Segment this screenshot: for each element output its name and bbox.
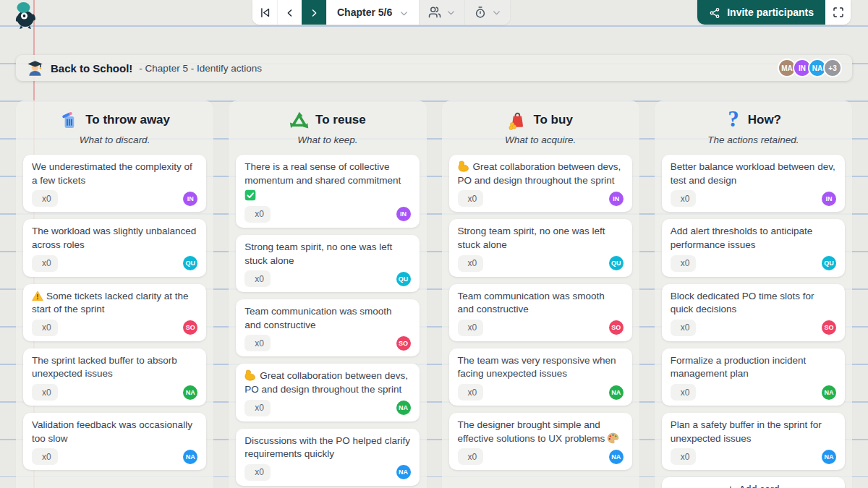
recycle-icon xyxy=(289,111,309,130)
retro-card[interactable]: Great collaboration between devs, PO and… xyxy=(449,155,632,212)
card-author-avatar: NA xyxy=(822,450,836,464)
retro-card[interactable]: Block dedicated PO time slots for quick … xyxy=(662,284,845,341)
card-footer: x0 NA xyxy=(244,464,410,481)
card-text: Better balance workload between dev, tes… xyxy=(671,160,836,187)
shopping-bag-icon xyxy=(508,111,527,130)
column-cards: There is a real sense of collective mome… xyxy=(236,155,419,486)
invite-participants-button[interactable]: Invite participants xyxy=(697,0,825,25)
retro-card[interactable]: There is a real sense of collective mome… xyxy=(236,155,419,228)
card-like-button[interactable]: x0 xyxy=(32,255,58,272)
chevron-down-icon xyxy=(492,6,501,19)
column-title: To reuse xyxy=(315,113,366,127)
card-like-button[interactable]: x0 xyxy=(244,206,271,223)
card-like-button[interactable]: x0 xyxy=(458,255,484,272)
session-subtitle: - Chapter 5 - Identify actions xyxy=(139,63,262,74)
card-like-button[interactable]: x0 xyxy=(32,190,58,207)
retro-card[interactable]: Add alert thresholds to anticipate perfo… xyxy=(662,219,845,276)
like-count: x0 xyxy=(255,467,264,477)
retro-card[interactable]: Team communication was smooth and constr… xyxy=(236,299,419,356)
card-text: Some tickets lacked clarity at the start… xyxy=(32,290,197,317)
retro-card[interactable]: Strong team spirit, no one was left stuc… xyxy=(449,219,632,276)
retro-card[interactable]: Some tickets lacked clarity at the start… xyxy=(23,284,206,341)
card-text: Team communication was smooth and constr… xyxy=(458,290,624,317)
retro-card[interactable]: Discussions with the PO helped clarify r… xyxy=(236,429,419,486)
retro-card[interactable]: The designer brought simple and effectiv… xyxy=(449,413,632,470)
palette-icon xyxy=(607,433,619,444)
chapter-select[interactable]: Chapter 5/6 xyxy=(326,0,419,25)
like-count: x0 xyxy=(42,388,51,398)
previous-chapter-button[interactable] xyxy=(277,0,302,25)
card-footer: x0 NA xyxy=(458,448,624,465)
like-count: x0 xyxy=(255,274,264,284)
retro-card[interactable]: The sprint lacked buffer to absorb unexp… xyxy=(23,348,206,406)
fullscreen-button[interactable] xyxy=(825,0,851,25)
card-author-avatar: IN xyxy=(822,192,836,206)
card-footer: x0 NA xyxy=(671,384,836,401)
card-author-avatar: NA xyxy=(183,385,197,400)
card-like-button[interactable]: x0 xyxy=(32,320,58,336)
like-count: x0 xyxy=(681,194,690,204)
like-count: x0 xyxy=(681,388,690,398)
retro-card[interactable]: Plan a safety buffer in the sprint for u… xyxy=(662,413,845,470)
card-like-button[interactable]: x0 xyxy=(244,464,271,481)
card-author-avatar: SO xyxy=(609,320,624,335)
card-like-button[interactable]: x0 xyxy=(32,384,58,401)
card-author-avatar: IN xyxy=(609,192,624,206)
fullscreen-icon xyxy=(833,7,844,18)
like-count: x0 xyxy=(681,322,690,333)
board-column: To throw away What to discard. We undere… xyxy=(16,100,213,488)
card-author-avatar: NA xyxy=(396,401,411,415)
card-footer: x0 NA xyxy=(32,384,197,401)
card-text: The designer brought simple and effectiv… xyxy=(458,419,624,445)
card-like-button[interactable]: x0 xyxy=(32,448,58,465)
add-card-button[interactable]: + Add card xyxy=(662,477,845,488)
question-icon: ? xyxy=(726,109,741,131)
card-text: Discussions with the PO helped clarify r… xyxy=(244,435,410,461)
retro-card[interactable]: The team was very responsive when facing… xyxy=(449,348,632,406)
app-mascot-logo[interactable] xyxy=(11,1,40,30)
column-header: To buy What to acquire. xyxy=(449,106,632,145)
card-like-button[interactable]: x0 xyxy=(244,270,271,287)
card-text: Add alert thresholds to anticipate perfo… xyxy=(671,225,836,252)
card-text: The team was very responsive when facing… xyxy=(458,354,624,381)
toolbar-right-actions: Invite participants xyxy=(697,0,851,25)
like-count: x0 xyxy=(42,322,51,333)
card-text: We underestimated the complexity of a fe… xyxy=(32,160,197,187)
participants-dropdown[interactable] xyxy=(419,0,464,25)
mascot-icon xyxy=(11,8,40,20)
card-like-button[interactable]: x0 xyxy=(671,190,697,207)
retro-card[interactable]: Better balance workload between dev, tes… xyxy=(662,155,845,212)
card-text: There is a real sense of collective mome… xyxy=(244,160,410,203)
card-like-button[interactable]: x0 xyxy=(671,384,697,401)
like-count: x0 xyxy=(468,258,477,268)
card-like-button[interactable]: x0 xyxy=(458,448,484,465)
card-like-button[interactable]: x0 xyxy=(458,190,484,207)
card-footer: x0 NA xyxy=(32,448,197,465)
card-like-button[interactable]: x0 xyxy=(458,320,484,336)
card-author-avatar: QU xyxy=(822,256,836,270)
retro-card[interactable]: Validation feedback was occasionally too… xyxy=(23,413,206,470)
like-count: x0 xyxy=(42,258,51,268)
add-card-label: Add card xyxy=(739,484,780,488)
card-like-button[interactable]: x0 xyxy=(671,320,697,336)
card-footer: x0 SO xyxy=(458,320,624,336)
participant-avatar[interactable]: +3 xyxy=(823,59,842,77)
next-chapter-button[interactable] xyxy=(302,0,326,25)
card-like-button[interactable]: x0 xyxy=(671,255,697,272)
retro-card[interactable]: Team communication was smooth and constr… xyxy=(449,284,632,341)
retro-card[interactable]: Great collaboration between devs, PO and… xyxy=(236,364,419,421)
board-column: ? How? The actions retained. Better bala… xyxy=(655,100,852,488)
skip-to-start-button[interactable] xyxy=(252,0,277,25)
card-like-button[interactable]: x0 xyxy=(244,335,271,351)
retro-card[interactable]: Strong team spirit, no one was left stuc… xyxy=(236,235,419,292)
timer-dropdown[interactable] xyxy=(464,0,510,25)
card-footer: x0 NA xyxy=(458,384,624,401)
retro-card[interactable]: We underestimated the complexity of a fe… xyxy=(23,155,206,212)
card-author-avatar: IN xyxy=(396,207,411,221)
retro-card[interactable]: Formalize a production incident manageme… xyxy=(662,348,845,406)
card-like-button[interactable]: x0 xyxy=(671,448,697,465)
card-like-button[interactable]: x0 xyxy=(458,384,484,401)
retro-card[interactable]: The workload was slightly unbalanced acr… xyxy=(23,219,206,276)
card-like-button[interactable]: x0 xyxy=(244,400,271,416)
column-header: To reuse What to keep. xyxy=(236,106,419,145)
